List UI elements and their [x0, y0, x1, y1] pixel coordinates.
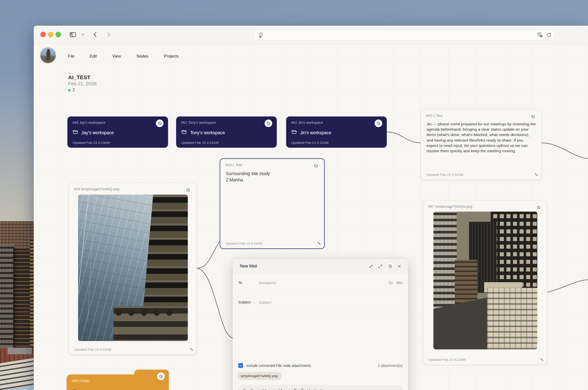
- bcc-button[interactable]: Bcc: [397, 281, 402, 285]
- node-id: #53 tempImage57wIWQ.png: [74, 186, 119, 191]
- node-updated: Updated Feb 23 4:32AM: [426, 173, 463, 177]
- attachment-chip[interactable]: tempImage57wIWQ.png: [237, 372, 282, 380]
- sidebar-toggle-icon[interactable]: [69, 31, 77, 38]
- folder-item[interactable]: [72, 388, 78, 390]
- undo-icon[interactable]: ↶: [243, 388, 246, 390]
- new-mail-window[interactable]: New Mail To Cc Bcc Subject: [233, 259, 408, 390]
- disconnect-icon[interactable]: [535, 204, 542, 211]
- bullet-list-icon[interactable]: ≡: [314, 388, 316, 390]
- disconnect-icon[interactable]: [157, 372, 165, 380]
- browser-window: Aa File Edit View Nodes Projects ← AI_TE…: [34, 26, 588, 390]
- font-style-control[interactable]: Aa⌄: [262, 388, 270, 390]
- url-input[interactable]: [268, 30, 532, 40]
- node-image-53[interactable]: #53 tempImage57wIWQ.png Updated Feb 23 4…: [69, 183, 197, 355]
- translate-icon[interactable]: Aa: [537, 32, 543, 38]
- cc-button[interactable]: Cc: [389, 281, 393, 285]
- back-arrow-icon[interactable]: [92, 31, 99, 38]
- svg-text:A: A: [539, 33, 540, 36]
- disconnect-icon[interactable]: [265, 120, 272, 127]
- node-text-52-1[interactable]: #52-1 Text Jin — please come prepared fo…: [421, 109, 542, 180]
- new-mail-titlebar[interactable]: New Mail: [233, 259, 408, 273]
- close-icon[interactable]: [395, 262, 403, 270]
- url-bar[interactable]: Aa: [254, 30, 555, 40]
- disconnect-icon[interactable]: [529, 113, 537, 120]
- node-jay-workspace[interactable]: #48 Jay's workspace Jay's workspace Upda…: [67, 116, 168, 148]
- node-image-57[interactable]: #57 tempImageTj0SQw.png Updated Feb 23 4…: [423, 200, 547, 365]
- subject-label: Subject: [238, 300, 250, 304]
- avatar[interactable]: [40, 47, 56, 63]
- attachment-count: 1 attachment(s): [378, 364, 402, 368]
- minimize-window-button[interactable]: [48, 32, 53, 37]
- collapse-icon[interactable]: [367, 262, 375, 270]
- node-canvas[interactable]: File Edit View Nodes Projects ← AI_TEST …: [34, 44, 588, 390]
- recipients-input[interactable]: [259, 273, 371, 292]
- resize-handle-icon[interactable]: [534, 173, 538, 177]
- numbered-list-icon[interactable]: ≡: [320, 388, 322, 390]
- disconnect-icon[interactable]: [312, 162, 320, 169]
- menu-projects[interactable]: Projects: [162, 53, 181, 60]
- expand-icon[interactable]: [376, 262, 384, 270]
- node-tony-workspace[interactable]: #51 Tony's workspace Tony's workspace Up…: [176, 116, 277, 148]
- resize-handle-icon[interactable]: [189, 347, 193, 351]
- underline-icon[interactable]: U: [307, 388, 310, 390]
- node-text-53-1[interactable]: #53-1 Text Surrounding site study 2 Manh…: [220, 158, 325, 249]
- redo-icon[interactable]: ↷: [250, 388, 254, 390]
- workspace-name: Jin's workspace: [300, 130, 331, 135]
- node-image-preview[interactable]: [78, 195, 188, 341]
- menu-edit[interactable]: Edit: [88, 53, 99, 60]
- toolbar-divider: [80, 31, 80, 38]
- attachments-checkbox[interactable]: [238, 363, 243, 368]
- node-updated: Updated Feb 23 4:28AM: [225, 242, 263, 245]
- node-id: #60 Folder: [72, 379, 90, 383]
- menu-view[interactable]: View: [110, 53, 123, 60]
- folder-open-icon: [181, 129, 187, 136]
- disconnect-icon[interactable]: [375, 120, 382, 127]
- font-size-control[interactable]: 14⌄: [278, 388, 285, 390]
- svg-text:a: a: [541, 35, 542, 37]
- node-updated: Updated Feb 23 4:15AM: [74, 348, 111, 351]
- mail-body-input[interactable]: [233, 313, 408, 361]
- board-date: Feb 21, 2026: [68, 81, 97, 87]
- node-updated: Updated Feb 23 4:13AM: [181, 141, 218, 145]
- node-folder-60[interactable]: #60 Folder: [67, 370, 169, 390]
- node-jin-workspace[interactable]: #52 Jin's workspace Jin's workspace Upda…: [286, 116, 387, 148]
- disconnect-icon[interactable]: [386, 262, 394, 270]
- node-id: #52-1 Text: [426, 113, 443, 118]
- attachments-checkbox-label: Include connected File node attachments: [246, 364, 311, 368]
- folder-open-icon: [291, 129, 297, 136]
- forward-arrow-icon[interactable]: [105, 31, 112, 38]
- resize-handle-icon[interactable]: [317, 241, 321, 245]
- close-window-button[interactable]: [40, 32, 46, 37]
- node-updated: Updated Feb 23 4:13AM: [72, 141, 110, 145]
- menu-file[interactable]: File: [66, 53, 77, 60]
- node-image-preview[interactable]: [433, 212, 537, 349]
- folder-open-icon: [72, 129, 78, 136]
- subject-input[interactable]: [259, 293, 371, 312]
- bold-icon[interactable]: B: [294, 388, 297, 390]
- node-id: #57 tempImageTj0SQw.png: [428, 204, 472, 209]
- node-id: #53-1 Text: [225, 162, 242, 167]
- workspace-name: Jay's workspace: [81, 130, 114, 135]
- disconnect-icon[interactable]: [184, 186, 192, 194]
- note-text[interactable]: Surrounding site study 2 Manha: [226, 171, 319, 183]
- strikethrough-icon[interactable]: T̸: [301, 388, 303, 390]
- mail-format-toolbar[interactable]: ↶ ↷ Aa⌄ 14⌄ B T̸ U ≡ ≡: [238, 385, 402, 390]
- mail-to-row[interactable]: To Cc Bcc: [233, 273, 408, 293]
- to-label: To: [238, 281, 242, 285]
- resize-handle-icon[interactable]: [540, 358, 544, 362]
- mail-subject-row[interactable]: Subject: [233, 293, 408, 312]
- reader-icon[interactable]: [258, 32, 264, 38]
- disconnect-icon[interactable]: [156, 120, 163, 127]
- workspace-name: Tony's workspace: [190, 130, 225, 135]
- reload-icon[interactable]: [546, 32, 552, 38]
- presence-indicator: 2: [68, 88, 75, 93]
- menu-nodes[interactable]: Nodes: [135, 53, 150, 60]
- zoom-window-button[interactable]: [56, 32, 61, 37]
- note-text[interactable]: Jin — please come prepared for our meeti…: [427, 121, 536, 154]
- folder-icon: [72, 388, 78, 390]
- node-updated: Updated Feb 23 4:13AM: [291, 141, 328, 145]
- chevron-down-icon[interactable]: [81, 32, 85, 37]
- node-updated: Updated Feb 23 4:23AM: [428, 358, 466, 362]
- new-mail-title: New Mail: [240, 264, 257, 268]
- browser-toolbar: Aa: [34, 26, 588, 44]
